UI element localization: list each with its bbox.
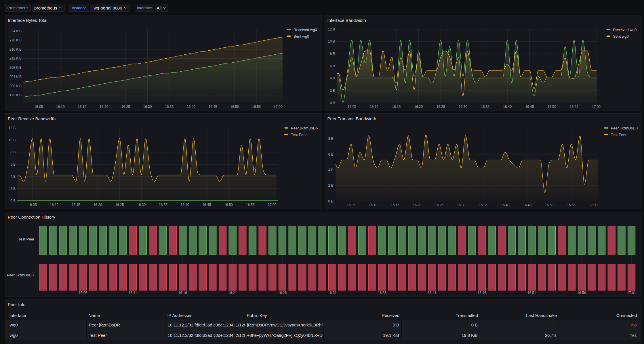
svg-text:16:50: 16:50: [224, 203, 233, 207]
svg-text:4 B: 4 B: [328, 168, 333, 172]
svg-text:16:51: 16:51: [527, 291, 536, 295]
svg-text:16:15: 16:15: [390, 203, 399, 207]
svg-text:0 B: 0 B: [330, 101, 335, 105]
svg-text:16:05: 16:05: [347, 105, 356, 109]
svg-text:16:56: 16:56: [577, 291, 586, 295]
svg-text:17:00: 17:00: [589, 203, 597, 207]
svg-text:212 KiB: 212 KiB: [9, 56, 22, 60]
svg-text:4 B: 4 B: [10, 175, 16, 179]
svg-text:16:55: 16:55: [246, 203, 255, 207]
svg-text:16:16: 16:16: [178, 291, 187, 295]
svg-text:16:50: 16:50: [545, 203, 553, 207]
svg-text:17:00: 17:00: [592, 105, 600, 109]
svg-text:16:35: 16:35: [165, 105, 174, 109]
svg-text:16:30: 16:30: [143, 105, 152, 109]
svg-text:16:30: 16:30: [137, 203, 146, 207]
svg-text:16:10: 16:10: [369, 203, 377, 207]
svg-text:204 KiB: 204 KiB: [9, 75, 22, 79]
svg-text:16:25: 16:25: [435, 203, 443, 207]
svg-text:16:35: 16:35: [159, 203, 167, 207]
svg-text:8 B: 8 B: [330, 52, 335, 56]
svg-text:12 B: 12 B: [328, 27, 335, 31]
svg-text:196 KiB: 196 KiB: [9, 93, 22, 97]
svg-text:17:00: 17:00: [274, 105, 283, 109]
svg-text:10 B: 10 B: [328, 39, 335, 43]
svg-text:6 B: 6 B: [328, 152, 333, 156]
svg-text:4 B: 4 B: [330, 76, 335, 80]
svg-text:Peer jRzmDsDR: Peer jRzmDsDR: [611, 126, 638, 130]
svg-text:16:10: 16:10: [369, 105, 378, 109]
svg-text:16:41: 16:41: [428, 291, 436, 295]
svg-text:17:01: 17:01: [627, 291, 636, 295]
svg-text:16:55: 16:55: [252, 105, 261, 109]
svg-text:16:30: 16:30: [457, 203, 465, 207]
svg-text:216 KiB: 216 KiB: [9, 47, 22, 51]
svg-text:16:11: 16:11: [129, 291, 137, 295]
svg-text:16:21: 16:21: [228, 291, 237, 295]
svg-text:200 KiB: 200 KiB: [9, 84, 22, 88]
svg-text:208 KiB: 208 KiB: [9, 66, 22, 70]
svg-text:16:25: 16:25: [436, 105, 445, 109]
svg-text:Sent wg0: Sent wg0: [294, 34, 309, 39]
svg-text:224 KiB: 224 KiB: [9, 29, 22, 33]
svg-text:220 KiB: 220 KiB: [9, 38, 22, 42]
svg-text:16:45: 16:45: [202, 203, 211, 207]
svg-text:Test Peer: Test Peer: [291, 133, 307, 137]
svg-text:Test Peer: Test Peer: [611, 133, 627, 137]
svg-text:16:45: 16:45: [525, 105, 534, 109]
svg-text:16:40: 16:40: [501, 203, 509, 207]
svg-text:Peer jRzmDsDR: Peer jRzmDsDR: [291, 126, 318, 130]
svg-text:Sent wg0: Sent wg0: [613, 34, 628, 39]
svg-text:16:15: 16:15: [392, 105, 401, 109]
svg-text:16:40: 16:40: [503, 105, 512, 109]
svg-text:Received wg0: Received wg0: [294, 28, 317, 32]
svg-text:16:25: 16:25: [115, 203, 124, 207]
svg-text:2 B: 2 B: [330, 89, 335, 93]
svg-text:16:50: 16:50: [547, 105, 556, 109]
svg-text:16:05: 16:05: [346, 203, 355, 207]
svg-text:Received wg0: Received wg0: [613, 28, 637, 32]
svg-text:6 B: 6 B: [330, 64, 335, 68]
svg-text:Test Peer: Test Peer: [18, 237, 35, 241]
svg-text:12 B: 12 B: [9, 126, 16, 130]
svg-text:16:45: 16:45: [523, 203, 531, 207]
svg-text:16:05: 16:05: [34, 105, 43, 109]
svg-text:16:15: 16:15: [72, 203, 80, 207]
svg-text:16:36: 16:36: [378, 291, 386, 295]
svg-text:8 B: 8 B: [328, 137, 333, 141]
svg-text:16:46: 16:46: [478, 291, 486, 295]
svg-text:16:06: 16:06: [79, 291, 87, 295]
svg-text:16:30: 16:30: [458, 105, 467, 109]
svg-text:16:20: 16:20: [413, 203, 421, 207]
svg-text:Peer jRzmDsDR: Peer jRzmDsDR: [7, 273, 34, 277]
svg-text:16:10: 16:10: [50, 203, 58, 207]
svg-text:16:55: 16:55: [567, 203, 575, 207]
svg-text:16:35: 16:35: [479, 203, 487, 207]
svg-text:6 B: 6 B: [10, 163, 16, 167]
svg-text:8 B: 8 B: [10, 150, 16, 154]
svg-text:16:20: 16:20: [94, 203, 102, 207]
svg-text:0 B: 0 B: [10, 199, 16, 203]
svg-text:16:05: 16:05: [28, 203, 37, 207]
svg-text:16:35: 16:35: [481, 105, 489, 109]
svg-text:17:00: 17:00: [268, 203, 276, 207]
svg-text:16:25: 16:25: [121, 105, 130, 109]
svg-text:10 B: 10 B: [9, 138, 16, 142]
svg-text:16:55: 16:55: [569, 105, 578, 109]
svg-text:16:40: 16:40: [187, 105, 195, 109]
svg-text:2 B: 2 B: [328, 184, 333, 188]
svg-text:16:40: 16:40: [180, 203, 189, 207]
svg-text:0 B: 0 B: [328, 199, 333, 203]
svg-text:2 B: 2 B: [10, 187, 16, 191]
svg-text:16:20: 16:20: [100, 105, 108, 109]
svg-text:16:20: 16:20: [414, 105, 423, 109]
svg-text:16:45: 16:45: [209, 105, 217, 109]
svg-text:16:10: 16:10: [56, 105, 65, 109]
svg-text:16:31: 16:31: [328, 291, 337, 295]
svg-text:16:50: 16:50: [230, 105, 239, 109]
svg-text:16:15: 16:15: [78, 105, 86, 109]
svg-text:16:26: 16:26: [278, 291, 287, 295]
